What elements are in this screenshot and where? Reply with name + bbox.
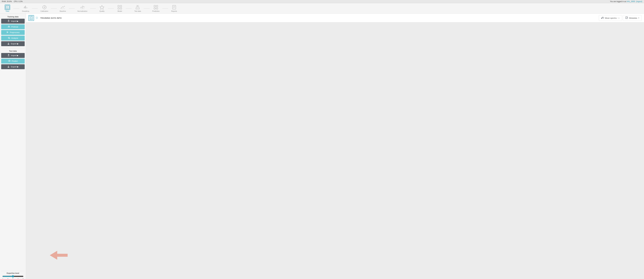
svg-rect-18	[120, 8, 122, 9]
pretreat-label: Pretreat	[11, 26, 18, 28]
ram-stat: RAM: 26.6%	[2, 0, 12, 2]
nav-connector-1	[13, 8, 19, 8]
preprocess-icon	[6, 31, 8, 34]
nav-item-prediction[interactable]: Prediction	[150, 4, 162, 13]
calibration-icon	[42, 4, 47, 10]
nav-connector-4	[69, 8, 75, 8]
svg-marker-14	[100, 5, 104, 9]
test-data-icon	[135, 4, 140, 10]
svg-marker-50	[50, 251, 68, 260]
test-data-title: Test data	[1, 50, 25, 52]
analyze-label: Analyze	[11, 37, 18, 39]
training-data-info-title: TRAINING DATA INFO	[40, 17, 62, 19]
arrow-annotation	[50, 249, 68, 261]
nav-label-prediction: Prediction	[152, 10, 160, 12]
svg-point-40	[8, 37, 9, 38]
import-training-button[interactable]: Import ▶	[1, 19, 25, 24]
nav-item-baseline[interactable]: Baseline	[57, 4, 69, 13]
despiking-icon	[23, 4, 28, 10]
export-training-button[interactable]: Export ▶	[1, 41, 25, 46]
nav-toolbar: 01001 10110 10101 Data Despiking	[0, 3, 644, 14]
analyze-icon	[8, 37, 10, 39]
nav-label-quality: Quality	[100, 10, 104, 12]
svg-rect-28	[172, 5, 176, 9]
nav-item-data[interactable]: 01001 10110 10101 Data	[2, 4, 13, 13]
nav-item-calibration[interactable]: Calibration	[38, 4, 51, 13]
predict-button[interactable]: Predict	[1, 59, 25, 63]
export-test-label: Export ▶	[11, 66, 18, 68]
svg-rect-42	[8, 44, 9, 44]
download-icon	[7, 42, 10, 45]
svg-rect-17	[118, 8, 119, 9]
svg-rect-15	[118, 5, 119, 7]
import-training-label: Import ▶	[11, 20, 18, 22]
metadata-label: Metadata	[629, 17, 637, 19]
expertise-slider[interactable]	[2, 275, 24, 278]
svg-rect-46	[8, 67, 9, 67]
content-body	[26, 22, 644, 279]
nav-item-quality[interactable]: Quality	[96, 4, 108, 13]
system-stats: RAM: 26.6% CPU: 0.3%	[2, 0, 22, 2]
prediction-icon	[153, 4, 158, 10]
nav-connector-7	[126, 8, 132, 8]
expertise-label-7: 7	[18, 278, 18, 279]
mean-spectra-label: Mean spectra	[605, 17, 617, 19]
nav-item-normalization[interactable]: Normalization	[75, 4, 90, 13]
pretreat-button[interactable]: Pretreat	[1, 24, 25, 29]
preprocess-label: Preprocess	[10, 31, 20, 33]
reports-icon	[172, 4, 177, 10]
content-header-left: 010011011010101 ⓘ TRAINING DATA INFO	[28, 15, 62, 21]
expertise-label-3: 3	[8, 278, 8, 279]
nav-connector-8	[144, 8, 150, 8]
content-area: 010011011010101 ⓘ TRAINING DATA INFO Mea…	[26, 14, 644, 279]
nav-item-despiking[interactable]: Despiking	[19, 4, 32, 13]
nav-item-model[interactable]: Model	[114, 4, 126, 13]
expertise-label-1: 1	[2, 278, 3, 279]
nav-connector-3	[51, 8, 57, 8]
expertise-label-9: 9	[22, 278, 24, 279]
svg-line-41	[10, 38, 10, 39]
nav-label-test-data: Test data	[134, 10, 141, 12]
content-header: 010011011010101 ⓘ TRAINING DATA INFO Mea…	[26, 14, 644, 22]
analyze-button[interactable]: Analyze	[1, 36, 25, 40]
status-bar: RAM: 26.6% CPU: 0.3% You are logged in a…	[0, 0, 644, 3]
logout-link[interactable]: (logout)	[636, 0, 642, 2]
username-link[interactable]: HAL_9000	[626, 0, 635, 2]
pretreat-icon	[8, 25, 10, 28]
model-icon	[117, 4, 122, 10]
import-test-label: Import ▶	[11, 54, 18, 56]
nav-label-despiking: Despiking	[22, 10, 29, 12]
download-test-icon	[7, 65, 10, 68]
svg-rect-23	[156, 5, 158, 7]
upload-test-icon	[8, 54, 10, 57]
mean-spectra-sign: —	[618, 17, 620, 19]
svg-marker-45	[9, 60, 10, 61]
svg-line-10	[44, 6, 45, 7]
baseline-icon	[60, 4, 66, 10]
predict-label: Predict	[12, 60, 18, 62]
export-training-label: Export ▶	[11, 43, 18, 45]
nav-item-reports[interactable]: Reports	[168, 4, 180, 13]
mean-spectra-icon	[601, 16, 604, 20]
info-icon: ⓘ	[36, 17, 38, 19]
expertise-section: Expertise level 1 3 5 7 9	[1, 271, 25, 279]
predict-icon	[8, 60, 10, 62]
nav-label-reports: Reports	[171, 10, 177, 12]
preprocess-button[interactable]: Preprocess	[1, 30, 25, 35]
svg-point-47	[602, 18, 602, 19]
data-icon: 01001 10110 10101	[5, 4, 10, 10]
nav-connector-9	[162, 8, 168, 8]
nav-item-test-data[interactable]: Test data	[132, 4, 144, 13]
nav-label-data: Data	[6, 10, 9, 12]
sidebar: Training data Import ▶ Pretreat Preproce…	[0, 14, 26, 279]
svg-rect-32	[8, 21, 10, 22]
nav-label-baseline: Baseline	[60, 10, 66, 12]
metadata-sign: +	[638, 17, 640, 19]
nav-label-normalization: Normalization	[78, 10, 87, 12]
metadata-button[interactable]: Metadata +	[623, 15, 642, 21]
login-info: You are logged in as HAL_9000 (logout)	[610, 0, 642, 2]
mean-spectra-button[interactable]: Mean spectra —	[599, 15, 622, 21]
upload-icon	[8, 20, 10, 22]
import-test-button[interactable]: Import ▶	[1, 53, 25, 58]
export-test-button[interactable]: Export ▶	[1, 64, 25, 69]
